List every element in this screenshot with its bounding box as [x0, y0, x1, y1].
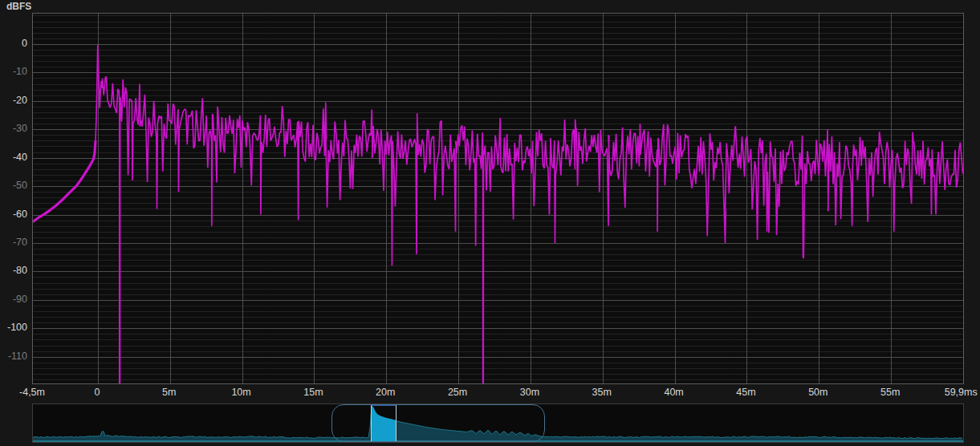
x-tick-label: 35m — [592, 387, 612, 398]
x-tick-label: -4,5m — [19, 387, 45, 398]
y-tick-label: -40 — [0, 152, 27, 163]
y-tick-label: -10 — [0, 66, 27, 77]
level-plot-canvas[interactable] — [33, 14, 963, 383]
x-tick-label: 20m — [376, 387, 395, 398]
y-tick-label: 0 — [0, 38, 27, 49]
x-tick-label: 10m — [231, 387, 250, 398]
x-tick-label: 45m — [736, 387, 755, 398]
y-tick-label: -50 — [0, 180, 27, 191]
level-plot-area[interactable] — [32, 13, 964, 384]
x-tick-label: 59,9ms — [945, 387, 978, 398]
y-tick-label: -80 — [0, 265, 27, 276]
y-tick-label: -90 — [0, 294, 27, 305]
x-tick-label: 15m — [303, 387, 323, 398]
x-tick-label: 55m — [880, 387, 900, 398]
x-tick-label: 25m — [448, 387, 467, 398]
overview-navigator[interactable] — [32, 403, 964, 443]
y-tick-label: -60 — [0, 209, 27, 220]
navigator-viewport-outline[interactable] — [331, 404, 545, 442]
x-tick-label: 30m — [520, 387, 539, 398]
y-tick-label: -70 — [0, 237, 27, 248]
y-tick-label: -30 — [0, 123, 27, 134]
y-tick-label: -100 — [0, 322, 27, 333]
x-tick-label: 0 — [94, 387, 100, 398]
x-tick-label: 5m — [162, 387, 176, 398]
y-tick-label: -20 — [0, 95, 27, 106]
x-tick-label: 50m — [808, 387, 828, 398]
y-axis-unit-label: dBFS — [6, 1, 31, 12]
y-tick-label: -110 — [0, 351, 27, 362]
x-tick-label: 40m — [664, 387, 683, 398]
audio-analyzer: dBFS 0-10-20-30-40-50-60-70-80-90-100-11… — [0, 0, 980, 446]
